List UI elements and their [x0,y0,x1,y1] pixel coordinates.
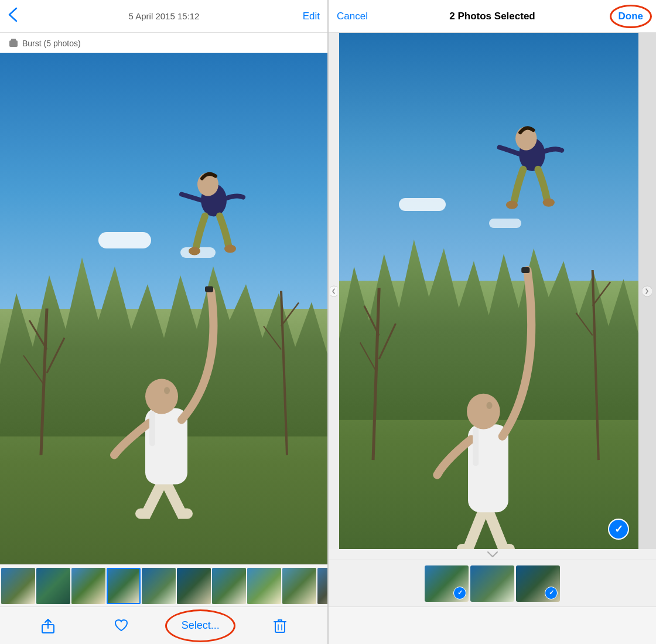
thumbnail-strip[interactable] [0,564,328,606]
thumb-6[interactable] [177,568,211,604]
svg-line-25 [379,323,395,359]
svg-point-39 [643,286,652,297]
burst-icon [8,39,19,48]
svg-point-31 [467,394,500,430]
panel-divider [327,0,329,644]
svg-rect-38 [473,427,479,466]
thumb-8[interactable] [247,568,281,604]
photo-date: 5 April 2015 15:12 [129,11,200,21]
svg-point-35 [506,201,518,209]
photo-scene [0,53,328,564]
svg-rect-16 [205,287,213,292]
svg-point-11 [164,387,170,394]
svg-line-23 [373,288,379,460]
svg-rect-19 [275,622,285,632]
bottom-toolbar: Select... [0,606,328,644]
left-panel: 5 April 2015 15:12 Edit Burst (5 photos) [0,0,328,644]
right-main-photo[interactable]: ✓ [339,33,638,549]
svg-point-32 [486,402,492,409]
scroll-indicator-row [329,549,656,560]
r-thumb-2[interactable] [470,565,514,602]
svg-point-14 [189,247,200,255]
svg-rect-0 [9,40,18,47]
photos-selected-title: 2 Photos Selected [449,11,535,22]
favorite-button[interactable] [108,613,134,639]
right-main-photo-area[interactable]: ✓ [329,33,656,549]
svg-line-28 [593,282,610,306]
select-button[interactable]: Select... [182,619,220,632]
r-thumb-1[interactable]: ✓ [425,565,469,602]
right-panel: Cancel 2 Photos Selected Done [328,0,656,644]
svg-rect-17 [149,411,155,447]
svg-rect-1 [11,39,16,41]
thumb-9[interactable] [282,568,316,604]
svg-point-22 [330,286,337,297]
r-thumb-3[interactable]: ✓ [516,565,560,602]
burst-label-row: Burst (5 photos) [0,33,328,53]
scroll-triangle-icon [487,551,498,558]
done-button-wrapper: Done [614,8,648,25]
delete-button[interactable] [267,613,293,639]
left-edge-peek[interactable] [329,33,339,549]
svg-line-26 [360,343,376,372]
cancel-button[interactable]: Cancel [337,11,368,22]
r-thumb-check-1: ✓ [453,587,466,599]
svg-line-7 [281,303,299,326]
left-header: 5 April 2015 15:12 Edit [0,0,328,33]
svg-line-6 [281,291,287,455]
right-bottom-spacer [329,606,656,644]
back-button[interactable] [8,7,18,25]
right-thumbnail-strip[interactable]: ✓ ✓ [329,560,656,606]
right-edge-peek[interactable] [638,33,656,549]
thumb-2[interactable] [36,568,70,604]
edit-button[interactable]: Edit [303,11,320,22]
select-button-wrapper: Select... [182,619,220,632]
svg-rect-37 [521,267,529,273]
svg-point-36 [543,199,555,207]
right-header: Cancel 2 Photos Selected Done [329,0,656,33]
thumb-1[interactable] [1,568,35,604]
svg-line-29 [576,313,592,335]
svg-point-10 [145,379,178,414]
svg-line-4 [47,338,64,373]
share-button[interactable] [35,613,61,639]
done-button[interactable]: Done [614,8,648,25]
thumb-7[interactable] [212,568,246,604]
svg-line-8 [264,326,281,350]
svg-line-3 [29,321,47,350]
thumb-10[interactable] [317,568,328,604]
thumb-4[interactable] [107,568,141,604]
photo-check-badge[interactable]: ✓ [608,519,629,540]
burst-label-text: Burst (5 photos) [22,39,81,48]
thumb-3[interactable] [71,568,105,604]
svg-point-15 [224,245,236,253]
r-thumb-check-3: ✓ [545,587,558,599]
svg-line-5 [23,356,44,385]
thumb-5[interactable] [142,568,176,604]
left-main-photo[interactable] [0,53,328,564]
r-photo-scene [339,33,638,549]
